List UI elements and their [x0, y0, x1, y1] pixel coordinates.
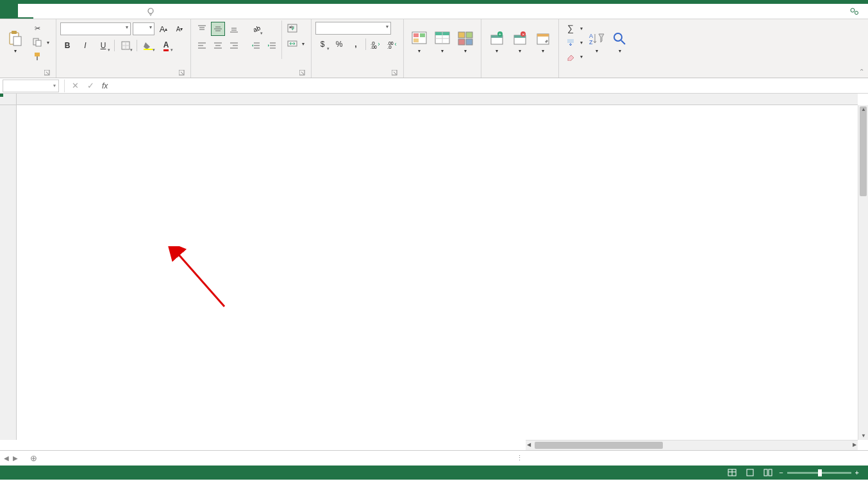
- tell-me-search[interactable]: [146, 7, 159, 16]
- delete-cells-button[interactable]: × ▾: [508, 21, 531, 63]
- svg-point-75: [614, 33, 622, 41]
- cut-button[interactable]: ✂: [29, 22, 52, 35]
- copy-button[interactable]: ▾: [29, 36, 52, 49]
- svg-text:ab: ab: [289, 25, 294, 29]
- add-sheet-button[interactable]: ⊕: [27, 453, 40, 463]
- svg-point-2: [855, 11, 858, 14]
- enter-formula-button[interactable]: ✓: [83, 81, 98, 90]
- svg-line-76: [621, 40, 625, 44]
- italic-button[interactable]: I: [78, 38, 92, 53]
- format-painter-button[interactable]: [29, 50, 52, 63]
- svg-rect-53: [413, 38, 419, 42]
- page-layout-view-button[interactable]: [743, 467, 757, 478]
- borders-button[interactable]: [119, 38, 133, 53]
- select-all-corner[interactable]: [0, 94, 17, 105]
- eraser-icon: [565, 51, 576, 62]
- insert-cells-button[interactable]: + ▾: [485, 21, 508, 63]
- tab-help[interactable]: [126, 4, 141, 19]
- svg-rect-9: [37, 56, 38, 60]
- increase-font-button[interactable]: A▴: [156, 22, 171, 36]
- align-middle-button[interactable]: [211, 22, 225, 36]
- insert-cells-icon: +: [488, 29, 506, 47]
- vertical-scrollbar[interactable]: ▲▼: [858, 105, 868, 440]
- tab-data[interactable]: [79, 4, 95, 19]
- tab-file[interactable]: [0, 4, 18, 19]
- conditional-formatting-button[interactable]: ▾: [408, 21, 431, 63]
- find-select-button[interactable]: ▾: [608, 21, 631, 63]
- tab-view[interactable]: [110, 4, 126, 19]
- collapse-ribbon-button[interactable]: ⌃: [859, 68, 864, 75]
- underline-button[interactable]: U: [96, 38, 110, 53]
- zoom-in-button[interactable]: +: [855, 469, 859, 476]
- bold-button[interactable]: B: [60, 38, 74, 53]
- font-color-button[interactable]: A: [159, 38, 173, 53]
- decrease-indent-button[interactable]: [249, 38, 263, 53]
- fill-color-button[interactable]: [141, 38, 155, 53]
- formula-bar: ✕ ✓ fx: [0, 78, 868, 94]
- sheet-tab-bar: ◀▶ ⊕ ⋮: [0, 450, 868, 466]
- tab-home[interactable]: [18, 4, 33, 19]
- paste-button[interactable]: ▾: [4, 21, 27, 63]
- alignment-dialog-launcher[interactable]: [299, 70, 306, 76]
- svg-rect-61: [466, 39, 472, 45]
- format-cells-button[interactable]: ▾: [531, 21, 555, 63]
- cancel-formula-button[interactable]: ✕: [67, 81, 83, 90]
- font-dialog-launcher[interactable]: [179, 70, 185, 76]
- magnifier-icon: [611, 29, 629, 47]
- number-format-select[interactable]: [315, 22, 391, 35]
- accounting-format-button[interactable]: $: [315, 37, 330, 51]
- align-left-button[interactable]: [195, 38, 209, 53]
- horizontal-scrollbar[interactable]: ◀▶: [526, 440, 858, 450]
- normal-view-button[interactable]: [725, 467, 739, 478]
- fill-down-icon: [565, 37, 576, 47]
- autosum-button[interactable]: ∑ ▾: [563, 22, 585, 35]
- increase-decimal-button[interactable]: .0.00: [369, 37, 383, 51]
- align-top-button[interactable]: [195, 22, 209, 36]
- zoom-out-button[interactable]: −: [779, 469, 783, 476]
- svg-rect-5: [13, 37, 21, 46]
- align-bottom-button[interactable]: [227, 22, 241, 36]
- name-box[interactable]: [3, 80, 59, 92]
- tab-review[interactable]: [95, 4, 110, 19]
- cell-styles-icon: [456, 29, 474, 47]
- increase-indent-button[interactable]: [265, 38, 279, 53]
- cell-styles-button[interactable]: ▾: [454, 21, 477, 63]
- share-button[interactable]: [850, 7, 862, 16]
- wrap-text-button[interactable]: ab: [285, 22, 307, 35]
- svg-point-0: [148, 8, 153, 13]
- number-dialog-launcher[interactable]: [392, 70, 398, 76]
- font-size-select[interactable]: [133, 22, 154, 35]
- status-bar: − +: [0, 466, 868, 480]
- clear-button[interactable]: ▾: [563, 50, 585, 63]
- fx-icon[interactable]: fx: [102, 81, 108, 90]
- tab-insert[interactable]: [33, 4, 49, 19]
- decrease-decimal-button[interactable]: .00.0: [385, 37, 399, 51]
- comma-format-button[interactable]: ,: [349, 37, 363, 51]
- font-name-select[interactable]: [60, 22, 131, 35]
- format-cells-icon: [534, 29, 552, 47]
- formula-input[interactable]: [112, 80, 868, 92]
- tab-page-layout[interactable]: [49, 4, 64, 19]
- orientation-button[interactable]: ab: [249, 22, 263, 36]
- svg-text:.00: .00: [371, 45, 377, 49]
- svg-rect-72: [567, 39, 574, 43]
- sheet-nav-next[interactable]: ▶: [13, 455, 18, 462]
- align-center-button[interactable]: [211, 38, 225, 53]
- decrease-font-button[interactable]: A▾: [172, 22, 187, 36]
- page-break-view-button[interactable]: [761, 467, 775, 478]
- svg-rect-8: [35, 53, 40, 56]
- fill-button[interactable]: ▾: [563, 36, 585, 49]
- clipboard-dialog-launcher[interactable]: [44, 70, 51, 76]
- tab-formulas[interactable]: [64, 4, 79, 19]
- svg-rect-60: [458, 39, 465, 45]
- sheet-nav-prev[interactable]: ◀: [4, 455, 9, 462]
- spreadsheet-grid[interactable]: ▲▼ ◀▶: [0, 94, 868, 450]
- lightbulb-icon: [146, 7, 155, 16]
- format-as-table-button[interactable]: ▾: [431, 21, 454, 63]
- sort-filter-button[interactable]: AZ ▾: [585, 21, 608, 63]
- align-right-button[interactable]: [227, 38, 241, 53]
- delete-cells-icon: ×: [511, 29, 529, 47]
- zoom-slider[interactable]: [787, 472, 851, 474]
- merge-center-button[interactable]: ▾: [285, 37, 307, 50]
- percent-format-button[interactable]: %: [332, 37, 346, 51]
